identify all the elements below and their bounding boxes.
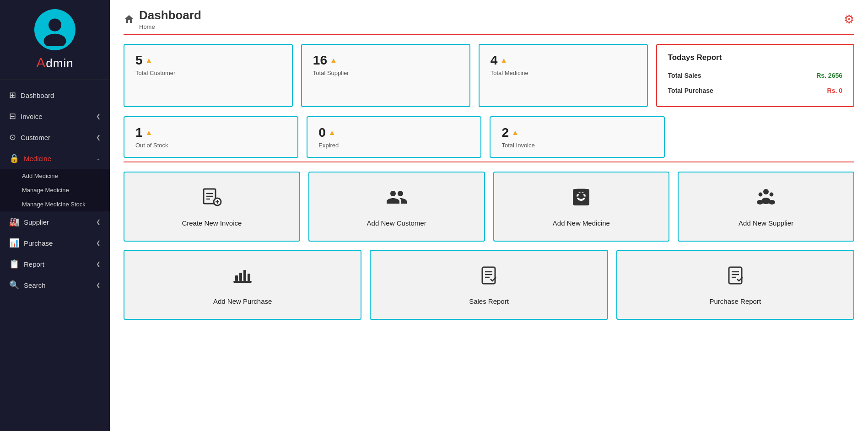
purchase-report-label: Purchase Report — [710, 297, 761, 305]
settings-icon[interactable]: ⚙ — [844, 12, 854, 27]
action-section-row1: Create New Invoice Add New Customer Ad — [110, 172, 868, 242]
sidebar-label-invoice: Invoice — [21, 113, 43, 120]
sidebar: Admin ⊞ Dashboard ⊟ Invoice ❮ — [0, 0, 110, 431]
report-icon: 📋 — [9, 259, 19, 269]
stats-section-row2: 1 ▲ Out of Stock 0 ▲ Expired 2 ▲ Total I… — [110, 116, 868, 158]
stat-total-supplier[interactable]: 16 ▲ Total Supplier — [301, 44, 470, 107]
out-of-stock-number: 1 ▲ — [135, 125, 286, 140]
svg-rect-20 — [243, 270, 246, 281]
add-medicine-label: Add New Medicine — [553, 219, 610, 227]
home-icon — [124, 14, 135, 25]
purchase-arrow: ❮ — [96, 240, 101, 246]
sidebar-item-supplier[interactable]: 🏭 Supplier ❮ — [0, 211, 110, 232]
action-create-invoice[interactable]: Create New Invoice — [124, 172, 300, 242]
total-purchase-label: Total Purchase — [668, 87, 713, 94]
sidebar-item-dashboard[interactable]: ⊞ Dashboard — [0, 85, 110, 106]
add-supplier-icon — [755, 186, 777, 213]
dashboard-icon: ⊞ — [9, 90, 16, 100]
breadcrumb: Home — [139, 23, 201, 30]
sidebar-item-purchase[interactable]: 📊 Purchase ❮ — [0, 232, 110, 253]
svg-point-16 — [769, 200, 775, 205]
svg-rect-17 — [233, 281, 252, 283]
sidebar-item-customer[interactable]: ⊙ Customer ❮ — [0, 127, 110, 148]
action-add-medicine[interactable]: Add New Medicine — [493, 172, 670, 242]
expired-number: 0 ▲ — [318, 125, 469, 140]
avatar — [34, 9, 75, 50]
total-purchase-value: Rs. 0 — [827, 87, 842, 94]
medicine-submenu: Add Medicine Manage Medicine Manage Medi… — [0, 169, 110, 211]
sidebar-nav: ⊞ Dashboard ⊟ Invoice ❮ ⊙ Customer ❮ — [0, 85, 110, 296]
create-invoice-label: Create New Invoice — [182, 219, 242, 227]
sales-report-icon — [478, 264, 500, 291]
purchase-icon: 📊 — [9, 238, 19, 248]
sidebar-item-report[interactable]: 📋 Report ❮ — [0, 253, 110, 275]
stat-total-medicine[interactable]: 4 ▲ Total Medicine — [479, 44, 648, 107]
submenu-manage-medicine[interactable]: Manage Medicine — [0, 183, 110, 197]
todays-report-title: Todays Report — [668, 53, 842, 62]
sidebar-divider — [0, 80, 110, 80]
submenu-manage-medicine-stock[interactable]: Manage Medicine Stock — [0, 197, 110, 211]
action-add-customer[interactable]: Add New Customer — [308, 172, 485, 242]
sales-report-label: Sales Report — [469, 297, 509, 305]
total-medicine-label: Total Medicine — [491, 70, 636, 76]
sidebar-label-report: Report — [24, 260, 44, 268]
total-sales-label: Total Sales — [668, 72, 701, 79]
search-icon: 🔍 — [9, 280, 19, 290]
purchase-report-icon — [724, 264, 746, 291]
report-arrow: ❮ — [96, 261, 101, 267]
stat-total-customer[interactable]: 5 ▲ Total Customer — [124, 44, 293, 107]
trend-up-icon2: ▲ — [330, 56, 337, 65]
total-customer-label: Total Customer — [135, 70, 281, 76]
svg-rect-22 — [482, 267, 495, 284]
report-row-purchase: Total Purchase Rs. 0 — [668, 83, 842, 98]
sidebar-label-dashboard: Dashboard — [21, 92, 54, 99]
sidebar-item-medicine[interactable]: 🔒 Medicine ⌄ Add Medicine Manage Medicin… — [0, 148, 110, 211]
page-title: Dashboard — [139, 8, 201, 22]
trend-up-icon6: ▲ — [512, 129, 519, 137]
add-purchase-label: Add New Purchase — [213, 297, 272, 305]
customer-icon: ⊙ — [9, 132, 16, 142]
invoice-icon: ⊟ — [9, 111, 16, 121]
top-bar: Dashboard Home ⚙ — [110, 0, 868, 34]
stat-total-invoice[interactable]: 2 ▲ Total Invoice — [490, 116, 664, 158]
header-divider — [124, 34, 854, 35]
sidebar-item-invoice[interactable]: ⊟ Invoice ❮ — [0, 106, 110, 127]
customer-arrow: ❮ — [96, 134, 101, 140]
stats-section-row1: 5 ▲ Total Customer 16 ▲ Total Supplier 4… — [110, 44, 868, 107]
svg-point-1 — [44, 34, 66, 46]
expired-label: Expired — [318, 142, 469, 149]
svg-point-11 — [763, 189, 769, 194]
add-customer-label: Add New Customer — [367, 219, 426, 227]
stat-expired[interactable]: 0 ▲ Expired — [307, 116, 481, 158]
total-invoice-number: 2 ▲ — [501, 125, 652, 140]
add-medicine-icon — [570, 186, 592, 213]
action-add-supplier[interactable]: Add New Supplier — [678, 172, 854, 242]
sidebar-label-purchase: Purchase — [24, 239, 53, 247]
total-supplier-number: 16 ▲ — [313, 53, 458, 68]
svg-rect-21 — [248, 274, 250, 281]
out-of-stock-label: Out of Stock — [135, 142, 286, 149]
stats-spacer — [673, 116, 854, 158]
medicine-icon: 🔒 — [9, 153, 19, 163]
total-customer-number: 5 ▲ — [135, 53, 281, 68]
supplier-arrow: ❮ — [96, 219, 101, 225]
trend-up-icon5: ▲ — [329, 129, 336, 137]
trend-up-icon3: ▲ — [500, 56, 507, 65]
stat-out-of-stock[interactable]: 1 ▲ Out of Stock — [124, 116, 298, 158]
invoice-arrow: ❮ — [96, 113, 101, 119]
sidebar-label-supplier: Supplier — [24, 218, 49, 226]
action-add-purchase[interactable]: Add New Purchase — [124, 250, 361, 320]
add-purchase-icon — [232, 264, 253, 291]
total-sales-value: Rs. 2656 — [816, 72, 842, 79]
admin-name: Admin — [36, 55, 73, 70]
sidebar-label-medicine: Medicine — [24, 155, 51, 162]
action-purchase-report[interactable]: Purchase Report — [616, 250, 854, 320]
supplier-icon: 🏭 — [9, 217, 19, 227]
medicine-arrow: ⌄ — [96, 155, 101, 162]
submenu-add-medicine[interactable]: Add Medicine — [0, 169, 110, 183]
sidebar-label-customer: Customer — [21, 134, 50, 141]
add-supplier-label: Add New Supplier — [739, 219, 793, 227]
sidebar-item-search[interactable]: 🔍 Search ❮ — [0, 275, 110, 296]
svg-rect-26 — [729, 267, 742, 284]
action-sales-report[interactable]: Sales Report — [370, 250, 608, 320]
